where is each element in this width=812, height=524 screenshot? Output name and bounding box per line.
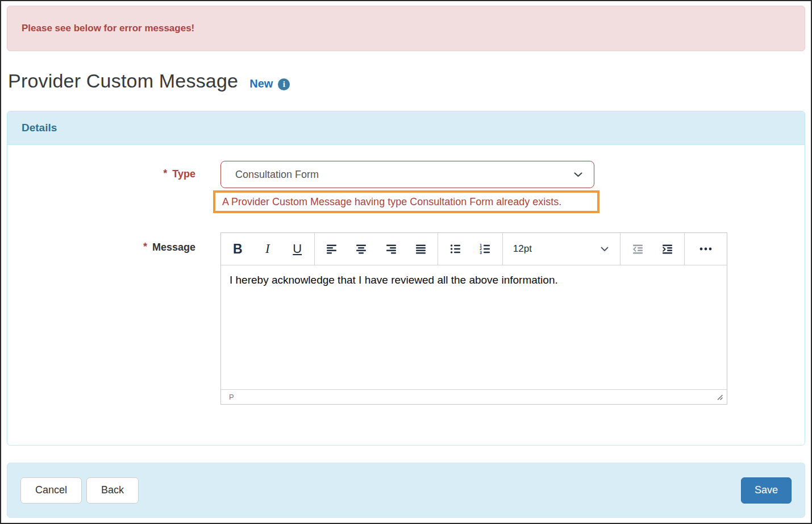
- editor-toolbar: B I U: [221, 233, 727, 265]
- type-label-text: Type: [172, 168, 195, 180]
- indent-icon[interactable]: [655, 236, 681, 261]
- page-title-row: Provider Custom Message New i: [7, 51, 805, 111]
- toolbar-group-text-style: B I U: [221, 233, 315, 265]
- toolbar-group-more: [685, 233, 727, 265]
- info-circle-icon[interactable]: i: [278, 78, 290, 90]
- toolbar-group-align: [315, 233, 438, 265]
- message-field-row: *Message B I U: [7, 232, 805, 405]
- details-panel: Details *Type Consultation Form A Provid…: [7, 111, 805, 446]
- back-button[interactable]: Back: [86, 477, 139, 504]
- details-panel-header: Details: [7, 111, 805, 145]
- error-banner-text: Please see below for error messages!: [22, 23, 194, 34]
- message-control-col: B I U: [220, 232, 727, 405]
- outdent-icon[interactable]: [624, 236, 651, 261]
- type-control-col: Consultation Form A Provider Custom Mess…: [220, 161, 599, 213]
- error-banner: Please see below for error messages!: [7, 6, 805, 51]
- resize-handle-icon[interactable]: [716, 393, 723, 401]
- required-asterisk: *: [143, 241, 147, 252]
- align-left-icon[interactable]: [318, 236, 344, 261]
- details-panel-title: Details: [22, 122, 57, 134]
- font-size-select[interactable]: 12pt: [503, 233, 621, 265]
- type-select-value: Consultation Form: [235, 169, 574, 181]
- type-field-row: *Type Consultation Form A Provider Custo…: [7, 161, 805, 213]
- bold-icon[interactable]: B: [224, 236, 251, 261]
- element-path: P: [229, 393, 234, 401]
- svg-text:3: 3: [480, 251, 482, 255]
- page-title: Provider Custom Message: [8, 70, 238, 92]
- align-justify-icon[interactable]: [408, 236, 434, 261]
- row-spacer: [7, 213, 805, 232]
- type-select[interactable]: Consultation Form: [220, 161, 594, 188]
- italic-icon[interactable]: I: [255, 236, 281, 261]
- save-button[interactable]: Save: [741, 477, 792, 504]
- message-editor-content[interactable]: I hereby acknowledge that I have reviewe…: [221, 265, 727, 389]
- underline-icon[interactable]: U: [284, 236, 310, 261]
- chevron-down-icon: [601, 244, 609, 254]
- type-label: *Type: [7, 161, 220, 213]
- font-size-value: 12pt: [513, 243, 532, 255]
- message-label-text: Message: [152, 242, 195, 253]
- bullet-list-icon[interactable]: [442, 236, 468, 261]
- required-asterisk: *: [163, 168, 167, 179]
- provider-custom-message-page: { "banner": { "message": "Please see bel…: [0, 0, 812, 524]
- message-label: *Message: [7, 232, 220, 405]
- cancel-button[interactable]: Cancel: [20, 477, 82, 504]
- status-badge-new: New: [249, 77, 273, 90]
- footer-action-bar: Cancel Back Save: [7, 463, 805, 518]
- toolbar-group-indent: [621, 233, 685, 265]
- message-text: I hereby acknowledge that I have reviewe…: [230, 274, 558, 286]
- align-right-icon[interactable]: [378, 236, 404, 261]
- editor-status-bar: P: [221, 389, 727, 404]
- type-field-error-message: A Provider Custom Message having type Co…: [213, 190, 599, 213]
- rich-text-editor: B I U: [220, 232, 727, 405]
- details-panel-body: *Type Consultation Form A Provider Custo…: [7, 145, 805, 405]
- toolbar-group-lists: 123: [438, 233, 503, 265]
- align-center-icon[interactable]: [348, 236, 374, 261]
- more-options-icon[interactable]: [693, 236, 719, 261]
- chevron-down-icon: [574, 172, 582, 177]
- numbered-list-icon[interactable]: 123: [472, 236, 498, 261]
